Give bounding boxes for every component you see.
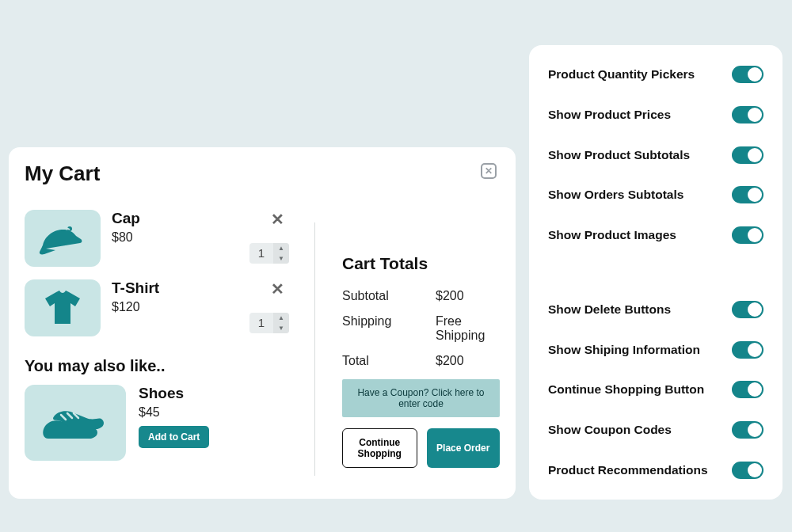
recommendation-item: Shoes $45 Add to Cart: [25, 385, 295, 461]
product-image-tshirt: [25, 279, 101, 336]
remove-item-button[interactable]: ✕: [271, 210, 284, 229]
setting-row: Show Product Images: [548, 226, 763, 244]
cart-item: T-Shirt $120 ✕ 1 ▲ ▼: [25, 279, 295, 336]
totals-value: $200: [436, 354, 464, 368]
setting-row: Show Product Prices: [548, 106, 763, 124]
add-to-cart-button[interactable]: Add to Cart: [139, 426, 209, 448]
totals-row-subtotal: Subtotal $200: [342, 289, 500, 303]
settings-panel: Product Quantity Pickers Show Product Pr…: [529, 45, 782, 500]
setting-label: Show Orders Subtotals: [548, 188, 683, 202]
toggle-continue-shopping[interactable]: [732, 381, 763, 398]
shoes-icon: [37, 397, 113, 448]
quantity-stepper[interactable]: 1 ▲ ▼: [249, 243, 289, 264]
qty-down-icon[interactable]: ▼: [273, 323, 289, 333]
totals-label: Shipping: [342, 314, 436, 343]
setting-row: Show Shiping Information: [548, 341, 763, 359]
product-image-shoes: [25, 385, 126, 461]
toggle-product-images[interactable]: [732, 226, 763, 244]
totals-label: Total: [342, 354, 436, 368]
setting-row: Continue Shopping Button: [548, 381, 763, 398]
qty-up-icon[interactable]: ▲: [273, 313, 289, 323]
cart-item-price: $80: [112, 230, 140, 245]
totals-row-total: Total $200: [342, 354, 500, 368]
setting-row: Show Coupon Codes: [548, 421, 763, 439]
toggle-orders-subtotals[interactable]: [732, 186, 763, 203]
recommendations-title: You may also like..: [25, 357, 295, 375]
setting-row: Show Product Subtotals: [548, 146, 763, 164]
product-image-cap: [25, 210, 101, 267]
cart-item-price: $120: [112, 300, 159, 314]
qty-up-icon[interactable]: ▲: [273, 243, 289, 253]
recommendation-name: Shoes: [139, 385, 209, 402]
close-icon[interactable]: ✕: [481, 163, 497, 179]
setting-label: Show Product Images: [548, 228, 676, 242]
toggle-quantity-pickers[interactable]: [732, 66, 763, 83]
cart-panel: My Cart ✕ Cap $80 ✕: [9, 147, 516, 499]
setting-label: Product Recommendations: [548, 463, 708, 477]
quantity-stepper[interactable]: 1 ▲ ▼: [249, 313, 289, 333]
toggle-coupon-codes[interactable]: [732, 421, 763, 439]
totals-label: Subtotal: [342, 289, 436, 303]
qty-down-icon[interactable]: ▼: [273, 253, 289, 264]
toggle-delete-buttons[interactable]: [732, 301, 763, 318]
continue-shopping-button[interactable]: Continue Shopping: [342, 428, 417, 468]
cap-icon: [38, 222, 87, 255]
setting-label: Show Product Prices: [548, 108, 671, 122]
totals-value: Free Shipping: [436, 314, 500, 343]
setting-row: Show Orders Subtotals: [548, 186, 763, 203]
cart-item-name: T-Shirt: [112, 279, 159, 297]
cart-title: My Cart: [25, 162, 100, 186]
recommendation-price: $45: [139, 405, 209, 420]
cart-totals-title: Cart Totals: [342, 254, 500, 273]
cart-item: Cap $80 ✕ 1 ▲ ▼: [25, 210, 295, 267]
setting-label: Show Shiping Information: [548, 343, 700, 357]
remove-item-button[interactable]: ✕: [271, 279, 284, 298]
setting-row: Show Delete Buttons: [548, 301, 763, 318]
totals-row-shipping: Shipping Free Shipping: [342, 314, 500, 343]
toggle-product-prices[interactable]: [732, 106, 763, 124]
quantity-value: 1: [249, 243, 273, 264]
toggle-shipping-info[interactable]: [732, 341, 763, 359]
coupon-link[interactable]: Have a Coupon? Click here to enter code: [342, 379, 500, 417]
setting-row: Product Recommendations: [548, 462, 763, 479]
place-order-button[interactable]: Place Order: [427, 428, 501, 468]
tshirt-icon: [42, 289, 83, 327]
setting-label: Product Quantity Pickers: [548, 67, 695, 82]
quantity-value: 1: [249, 313, 273, 333]
divider: [314, 222, 315, 476]
setting-label: Show Coupon Codes: [548, 423, 672, 437]
totals-value: $200: [436, 289, 464, 303]
setting-label: Show Delete Buttons: [548, 302, 671, 317]
toggle-recommendations[interactable]: [732, 462, 763, 479]
cart-item-name: Cap: [112, 210, 140, 227]
setting-row: Product Quantity Pickers: [548, 66, 763, 83]
toggle-product-subtotals[interactable]: [732, 146, 763, 164]
setting-label: Show Product Subtotals: [548, 148, 690, 162]
setting-label: Continue Shopping Button: [548, 382, 704, 397]
